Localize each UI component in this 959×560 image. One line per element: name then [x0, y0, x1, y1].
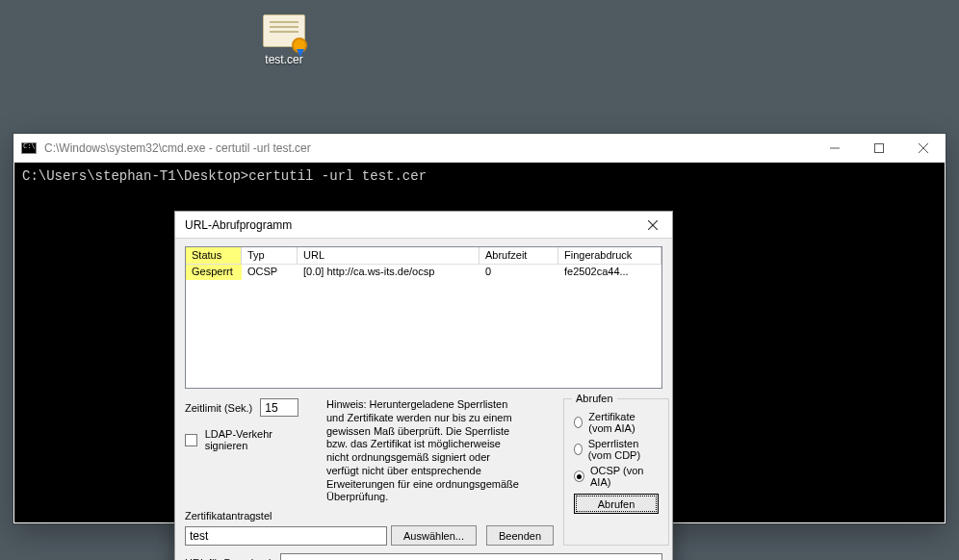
col-fingerprint[interactable]: Fingerabdruck: [558, 247, 661, 264]
col-typ[interactable]: Typ: [242, 247, 298, 264]
col-time[interactable]: Abrufzeit: [480, 247, 558, 264]
url-download-input[interactable]: [280, 553, 662, 560]
radio-aia[interactable]: Zertifikate (vom AIA): [574, 411, 659, 434]
fetch-groupbox: Abrufen Zertifikate (vom AIA) Sperrliste…: [563, 398, 669, 546]
timelimit-label: Zeitlimit (Sek.): [185, 402, 252, 414]
listview-header[interactable]: Status Typ URL Abrufzeit Fingerabdruck: [186, 247, 661, 265]
cmd-titlebar[interactable]: C:\Windows\system32\cmd.exe - certutil -…: [13, 134, 946, 163]
radio-aia-label: Zertifikate (vom AIA): [588, 411, 659, 434]
svg-rect-1: [875, 143, 884, 152]
desktop-file-label: test.cer: [255, 53, 313, 66]
groupbox-legend: Abrufen: [572, 393, 617, 404]
radio-ocsp[interactable]: OCSP (von AIA): [574, 465, 659, 488]
url-listview[interactable]: Status Typ URL Abrufzeit Fingerabdruck G…: [185, 246, 662, 389]
hint-text: Hinweis: Heruntergeladene Sperrlisten un…: [326, 398, 524, 504]
fetch-button[interactable]: Abrufen: [574, 494, 659, 514]
cell-typ: OCSP: [242, 265, 298, 280]
cell-fingerprint: fe2502ca44...: [558, 265, 661, 280]
cell-status: Gesperrt: [186, 265, 242, 280]
cmd-output-line: C:\Users\stephan-T1\Desktop>certutil -ur…: [22, 168, 937, 184]
url-fetch-dialog: URL-Abrufprogramm Status Typ URL Abrufze…: [174, 211, 673, 560]
desktop-file-testcer[interactable]: test.cer: [255, 14, 313, 66]
minimize-button[interactable]: [813, 134, 857, 163]
radio-icon: [574, 471, 584, 482]
close-button[interactable]: [901, 134, 946, 163]
cell-time: 0: [480, 265, 558, 280]
cert-template-label: Zertifikatantragstel: [185, 510, 554, 522]
table-row[interactable]: Gesperrt OCSP [0.0] http://ca.ws-its.de/…: [186, 265, 661, 280]
cell-url: [0.0] http://ca.ws-its.de/ocsp: [298, 265, 480, 280]
select-button[interactable]: Auswählen...: [391, 525, 477, 546]
cmd-title: C:\Windows\system32\cmd.exe - certutil -…: [44, 141, 311, 155]
radio-cdp[interactable]: Sperrlisten (vom CDP): [574, 438, 659, 461]
maximize-button[interactable]: [857, 134, 901, 163]
end-button[interactable]: Beenden: [486, 525, 554, 546]
dialog-title: URL-Abrufprogramm: [185, 218, 292, 232]
col-url[interactable]: URL: [298, 247, 480, 264]
ldap-sign-label: LDAP-Verkehr signieren: [205, 428, 315, 451]
dialog-titlebar[interactable]: URL-Abrufprogramm: [175, 212, 672, 239]
radio-ocsp-label: OCSP (von AIA): [590, 465, 659, 488]
radio-icon: [574, 417, 583, 428]
col-status[interactable]: Status: [186, 247, 242, 264]
cert-template-input[interactable]: [185, 526, 387, 546]
cmd-icon: [21, 142, 37, 154]
radio-icon: [574, 444, 583, 455]
radio-cdp-label: Sperrlisten (vom CDP): [588, 438, 659, 461]
dialog-close-button[interactable]: [639, 215, 666, 236]
timelimit-input[interactable]: [260, 398, 298, 417]
ldap-sign-checkbox[interactable]: [185, 434, 197, 446]
certificate-icon: [263, 14, 305, 49]
